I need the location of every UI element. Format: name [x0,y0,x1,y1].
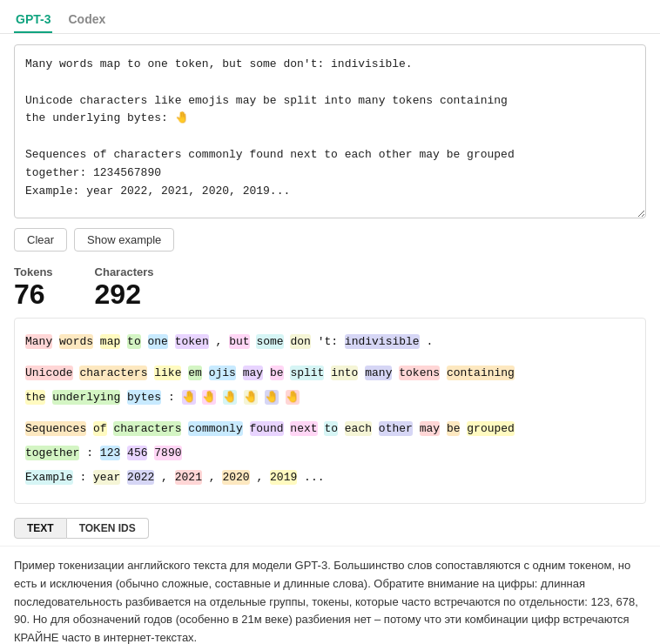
token-span-plain: : [86,446,93,460]
token-span: of [93,421,107,436]
token-span: characters [113,421,181,436]
token-span: don [290,334,310,349]
token-span: together [25,446,79,460]
token-span: indivisible [345,334,420,349]
token-span-plain: : [79,471,86,484]
token-span: ojis [209,366,236,380]
token-line-3c: Example : year 2022 , 2021 , 2020 , 2019… [25,466,635,489]
token-span: 🤚 [182,390,196,405]
characters-count-block: Characters 292 [95,265,154,311]
header-tabs: GPT-3 Codex [0,0,660,34]
token-line-1: Many words map to one token , but some d… [25,331,635,353]
token-span: be [270,366,284,380]
token-span: each [345,421,372,436]
token-span: token [175,334,209,349]
token-span: 🤚 [223,390,237,405]
token-span: 🤚 [202,390,216,405]
token-span-plain: ... [304,471,324,484]
tokens-value: 76 [14,278,53,311]
view-token-ids-button[interactable]: TOKEN IDS [67,518,149,539]
token-span: 🤚 [265,390,279,405]
token-span: tokens [399,366,440,380]
characters-value: 292 [95,278,154,311]
token-span: Many [25,334,52,349]
token-span: characters [79,366,147,380]
token-span: 🤚 [286,390,300,405]
token-span: 123 [100,446,120,460]
token-span-plain: , [256,471,263,484]
token-span: 2020 [222,470,249,485]
description-text: Пример токенизации английского текста дл… [0,546,660,644]
token-span-plain: , [161,471,168,484]
token-visualization: Many words map to one token , but some d… [14,318,646,504]
token-span: Sequences [25,421,86,436]
token-span: found [250,421,284,436]
token-line-3: Sequences of characters commonly found n… [25,418,635,440]
token-span: map [100,334,120,349]
token-span: year [93,470,120,485]
token-span-plain: , [209,471,216,484]
token-span: other [379,421,413,436]
token-span: like [154,366,181,380]
token-span: to [324,421,338,436]
token-span: 456 [127,446,147,460]
token-span-plain: 't: [318,335,338,348]
counts-row: Tokens 76 Characters 292 [0,262,660,318]
token-span: 🤚 [244,390,258,405]
token-span: 2019 [270,470,297,485]
button-row: Clear Show example [0,228,660,262]
view-toggle: TEXT TOKEN IDS [0,511,660,542]
token-span: next [290,421,317,436]
token-span: to [127,334,141,349]
token-span: into [331,366,358,380]
token-span-plain: , [216,335,223,348]
token-span: some [256,334,283,349]
token-span: words [59,334,93,349]
token-span: bytes [127,390,161,405]
token-span: 2022 [127,470,154,485]
view-text-button[interactable]: TEXT [14,518,67,539]
token-span-plain: . [427,335,434,348]
token-span: the [25,390,45,405]
tab-codex[interactable]: Codex [66,7,107,33]
token-span: grouped [467,421,515,436]
token-line-2: Unicode characters like em ojis may be s… [25,362,635,385]
token-span: underlying [52,390,120,405]
characters-label: Characters [95,265,154,278]
token-span-plain: : [168,391,175,404]
token-line-2b: the underlying bytes : 🤚 🤚 🤚 🤚 🤚 🤚 [25,386,635,409]
token-span: may [243,366,263,380]
main-textarea[interactable]: Many words map to one token, but some do… [14,44,646,218]
tokens-label: Tokens [14,265,53,278]
token-span: Example [25,470,73,485]
token-span: Unicode [25,366,73,380]
token-span: commonly [188,421,242,436]
token-span: 7890 [154,446,181,460]
tab-gpt3[interactable]: GPT-3 [14,7,52,33]
tokens-count-block: Tokens 76 [14,265,53,311]
token-span: but [229,334,249,349]
token-span: em [188,366,202,380]
token-span: split [290,366,324,380]
token-span: containing [447,366,515,380]
clear-button[interactable]: Clear [14,228,67,252]
token-span: 2021 [175,470,202,485]
token-span: one [148,334,168,349]
textarea-wrap: Many words map to one token, but some do… [0,34,660,228]
token-line-3b: together : 123 456 7890 [25,442,635,465]
token-span: many [365,366,392,380]
token-span: may [420,421,440,436]
token-span: be [447,421,461,436]
show-example-button[interactable]: Show example [74,228,174,252]
